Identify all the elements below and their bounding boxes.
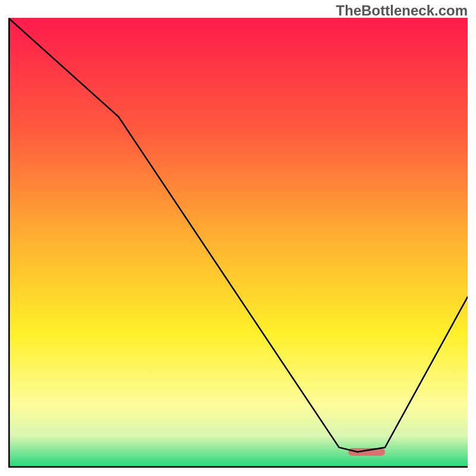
gradient-background [8, 18, 468, 468]
bottleneck-chart [8, 18, 468, 468]
svg-rect-0 [348, 448, 385, 456]
chart-container: TheBottleneck.com [0, 0, 476, 476]
plot-area [8, 18, 468, 468]
optimal-marker [348, 448, 385, 456]
watermark-label: TheBottleneck.com [336, 2, 468, 19]
